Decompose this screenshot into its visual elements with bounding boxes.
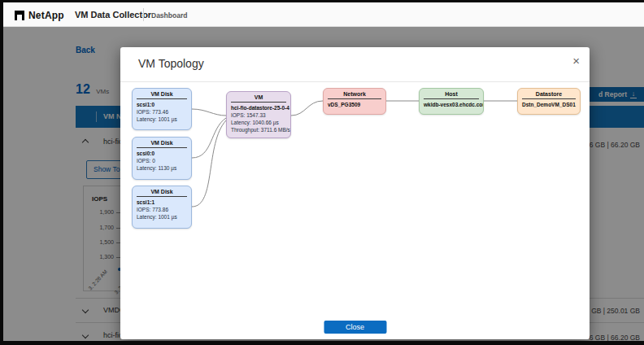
brand-name: NetApp — [28, 10, 64, 21]
modal-header-divider — [120, 81, 590, 82]
node-metric-latency: Latency: 1001 µs — [137, 213, 187, 221]
node-metric-iops: IOPS: 773.86 — [137, 206, 187, 213]
nav-separator — [143, 8, 144, 21]
node-name: scsi0:0 — [137, 150, 187, 157]
nav-item-dashboard[interactable]: Dashboard — [151, 11, 187, 20]
topology-node-vm-disk-scsi1-0[interactable]: VM Disk scsi1:0 IOPS: 773.46 Latency: 10… — [132, 88, 192, 130]
netapp-logo: NetApp — [15, 10, 64, 21]
node-metric-throughput: Throughput: 3711.6 MB/s — [231, 126, 286, 133]
node-name: vDS_PG3509 — [328, 101, 381, 108]
app-title: VM Data Collector — [75, 10, 151, 20]
node-type-label: VM Disk — [137, 186, 187, 197]
topology-node-host[interactable]: Host wkldb-vesx03.ehcdc.com — [419, 88, 484, 115]
node-metric-latency: Latency: 1130 µs — [137, 164, 187, 172]
node-metric-iops: IOPS: 773.46 — [137, 108, 187, 116]
node-type-label: VM — [231, 92, 286, 103]
node-type-label: VM Disk — [137, 89, 187, 99]
topology-node-vm[interactable]: VM hci-fio-datastore-25-0-4 IOPS: 1547.3… — [226, 91, 291, 138]
screen: NetApp VM Data Collector Dashboard Back … — [3, 2, 644, 341]
netapp-logo-icon — [15, 11, 24, 20]
topology-edge — [192, 118, 226, 158]
node-name: Dstn_DemoVM_DS01 — [522, 101, 576, 108]
node-name: hci-fio-datastore-25-0-4 — [231, 104, 286, 111]
modal-title: VM Topology — [138, 57, 204, 70]
topology-edge — [192, 120, 226, 207]
node-metric-iops: IOPS: 1547.33 — [231, 111, 286, 119]
topology-node-vm-disk-scsi1-1[interactable]: VM Disk scsi1:1 IOPS: 773.86 Latency: 10… — [132, 186, 192, 229]
topology-edge — [192, 109, 226, 116]
topology-node-network[interactable]: Network vDS_PG3509 — [323, 88, 386, 115]
node-metric-latency: Latency: 1001 µs — [137, 116, 187, 123]
close-icon[interactable]: × — [572, 53, 580, 69]
close-button[interactable]: Close — [324, 321, 386, 334]
node-metric-iops: IOPS: 0 — [137, 157, 187, 164]
topology-edge — [291, 101, 323, 116]
app-header: NetApp VM Data Collector Dashboard — [3, 2, 644, 27]
node-type-label: Network — [328, 89, 381, 99]
node-name: scsi1:0 — [137, 101, 187, 108]
node-name: scsi1:1 — [137, 199, 187, 206]
topology-node-vm-disk-scsi0-0[interactable]: VM Disk scsi0:0 IOPS: 0 Latency: 1130 µs — [132, 137, 192, 180]
node-type-label: VM Disk — [137, 138, 187, 148]
topology-node-datastore[interactable]: Datastore Dstn_DemoVM_DS01 — [517, 88, 581, 115]
vm-topology-modal: VM Topology × VM Disk scsi1:0 IOPS: 773.… — [120, 47, 590, 339]
node-type-label: Host — [424, 89, 479, 99]
node-name: wkldb-vesx03.ehcdc.com — [424, 101, 479, 108]
node-type-label: Datastore — [522, 89, 576, 99]
node-metric-latency: Latency: 1040.66 µs — [231, 119, 286, 126]
